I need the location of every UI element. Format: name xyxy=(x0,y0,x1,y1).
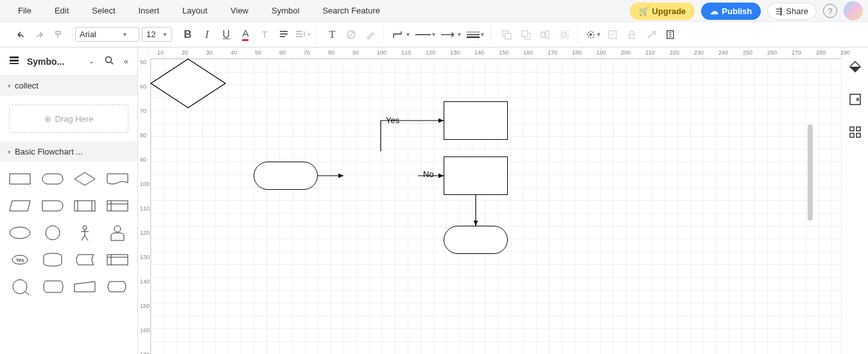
underline-button[interactable]: U xyxy=(217,26,235,44)
help-icon[interactable]: ? xyxy=(823,4,837,18)
shape-direct-data[interactable] xyxy=(38,274,68,299)
connector-label-no[interactable]: No xyxy=(423,169,434,179)
shape-user[interactable] xyxy=(103,221,133,245)
shape-delay[interactable] xyxy=(38,194,68,218)
font-color-button[interactable]: A xyxy=(236,26,254,44)
italic-button[interactable]: I xyxy=(198,26,216,44)
font-size-select[interactable]: 12▼ xyxy=(142,27,172,42)
text-tool-button[interactable]: T xyxy=(323,26,341,44)
svg-text:Yes: Yes xyxy=(16,257,24,263)
shape-decision[interactable] xyxy=(70,167,100,191)
section-collect[interactable]: ▾collect xyxy=(0,76,137,96)
shape-display[interactable] xyxy=(103,274,133,299)
node-process-yes[interactable] xyxy=(444,101,508,140)
menu-layout[interactable]: Layout xyxy=(171,2,219,19)
node-decision[interactable] xyxy=(151,59,225,108)
chevron-down-icon: ▾ xyxy=(8,83,11,89)
send-back-button[interactable] xyxy=(498,26,516,44)
export-panel-icon[interactable] xyxy=(849,93,862,108)
ruler-tick: 160 xyxy=(140,327,150,333)
node-start-terminator[interactable] xyxy=(254,162,318,190)
drag-here-drop-zone[interactable]: ⊕Drag Here xyxy=(9,105,128,133)
vertical-scrollbar[interactable] xyxy=(808,124,813,221)
apps-panel-icon[interactable] xyxy=(849,126,862,140)
publish-button[interactable]: ☁Publish xyxy=(701,3,761,20)
menu-insert[interactable]: Insert xyxy=(127,2,171,19)
no-fill-button[interactable] xyxy=(342,26,360,44)
share-button[interactable]: ⇶Share xyxy=(767,3,817,20)
bold-button[interactable]: B xyxy=(178,26,196,44)
shape-internal-storage[interactable] xyxy=(103,194,133,218)
section-collect-label: collect xyxy=(15,81,39,90)
fill-panel-icon[interactable] xyxy=(849,60,862,75)
menu-symbol[interactable]: Symbol xyxy=(260,2,311,19)
chevron-down-icon: ▼ xyxy=(162,31,168,38)
shape-connector[interactable] xyxy=(5,274,35,299)
format-painter-button[interactable] xyxy=(50,26,68,44)
library-icon[interactable] xyxy=(6,53,22,69)
line-spacing-button[interactable]: ▼ xyxy=(294,26,312,44)
shape-manual-input[interactable] xyxy=(70,274,100,299)
shape-card[interactable] xyxy=(103,248,133,272)
drawing-canvas[interactable]: Yes No xyxy=(151,59,841,354)
shape-circle[interactable] xyxy=(38,221,68,245)
node-process-no[interactable] xyxy=(444,156,508,195)
shape-process[interactable] xyxy=(5,167,35,191)
svg-rect-50 xyxy=(850,133,854,137)
connector-style-button[interactable]: ▼ xyxy=(390,26,412,44)
canvas-area: 1020304050607080901001101201301401501601… xyxy=(138,47,841,354)
svg-point-42 xyxy=(13,280,27,294)
font-family-select[interactable]: Arial▼ xyxy=(75,27,139,42)
search-icon[interactable] xyxy=(102,53,116,69)
connector-label-yes[interactable]: Yes xyxy=(386,115,399,125)
page-setup-button[interactable] xyxy=(661,26,679,44)
menu-view[interactable]: View xyxy=(219,2,260,19)
ruler-tick: 150 xyxy=(140,303,150,309)
section-basic-flowchart[interactable]: ▾Basic Flowchart ... xyxy=(0,142,137,162)
avatar[interactable] xyxy=(844,1,863,21)
sidebar-title: Symbo... xyxy=(27,56,81,67)
menu-select[interactable]: Select xyxy=(80,2,126,19)
shape-actor[interactable] xyxy=(70,221,100,245)
arrow-style-button[interactable]: ▼ xyxy=(439,26,464,44)
bring-front-button[interactable] xyxy=(517,26,535,44)
group-button[interactable] xyxy=(555,26,573,44)
undo-button[interactable] xyxy=(12,26,30,44)
shape-document[interactable] xyxy=(103,167,133,191)
align-objects-button[interactable] xyxy=(536,26,554,44)
shape-ellipse[interactable] xyxy=(5,221,35,245)
svg-point-32 xyxy=(10,227,30,239)
menu-edit[interactable]: Edit xyxy=(43,2,80,19)
node-end-terminator[interactable] xyxy=(444,226,508,254)
ruler-tick: 190 xyxy=(596,49,606,56)
ruler-tick: 220 xyxy=(670,49,679,56)
highlight-button[interactable]: T xyxy=(256,26,273,44)
ruler-tick: 270 xyxy=(792,49,801,56)
effects-button[interactable]: ▼ xyxy=(584,26,602,44)
align-button[interactable] xyxy=(275,26,293,44)
lock-button[interactable] xyxy=(623,26,641,44)
upgrade-button[interactable]: 🛒Upgrade xyxy=(630,3,695,20)
shape-predefined[interactable] xyxy=(70,194,100,218)
shape-database[interactable] xyxy=(38,248,68,272)
shape-stored-data[interactable] xyxy=(70,248,100,272)
menu-file[interactable]: File xyxy=(6,2,43,19)
collapse-sidebar-icon[interactable]: « xyxy=(121,54,131,69)
tools-button[interactable] xyxy=(642,26,660,44)
shape-annotation[interactable]: Yes xyxy=(5,248,35,272)
expand-icon[interactable]: ⌄ xyxy=(86,55,97,68)
line-weight-button[interactable]: ▼ xyxy=(465,26,487,44)
ruler-tick: 80 xyxy=(328,49,334,56)
symbol-sidebar: Symbo... ⌄ « ▾collect ⊕Drag Here ▾Basic … xyxy=(0,47,138,354)
shape-palette: Yes xyxy=(0,162,137,304)
menu-search-feature[interactable]: Search Feature xyxy=(311,2,392,19)
chevron-down-icon: ▼ xyxy=(456,31,462,38)
line-style-button[interactable]: ▼ xyxy=(413,26,438,44)
edit-shape-button[interactable] xyxy=(603,26,621,44)
shape-terminator[interactable] xyxy=(38,167,68,191)
ruler-tick: 130 xyxy=(450,49,460,56)
line-color-button[interactable] xyxy=(361,26,379,44)
shape-data[interactable] xyxy=(5,194,35,218)
redo-button[interactable] xyxy=(31,26,49,44)
ruler-tick: 100 xyxy=(140,181,150,187)
